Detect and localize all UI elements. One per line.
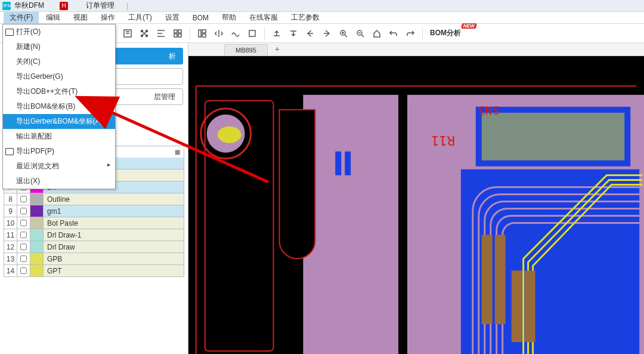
layer-name: Outline [44, 193, 184, 205]
svg-rect-26 [482, 235, 493, 324]
layer-name: GPT [44, 265, 184, 276]
layer-row[interactable]: 8Outline [4, 193, 184, 205]
file-menu-item-8[interactable]: 导出PDF(P) [3, 144, 115, 159]
layer-row[interactable]: 12Drl Draw [4, 241, 184, 253]
svg-rect-21 [335, 152, 341, 176]
layer-number: 8 [4, 193, 17, 205]
tool-box-icon[interactable] [245, 26, 259, 41]
svg-rect-7 [174, 34, 177, 37]
layer-number: 10 [4, 217, 17, 229]
file-menu-item-3[interactable]: 导出Gerber(G) [3, 69, 115, 84]
layer-name: Drl Draw-1 [44, 229, 184, 241]
grid-icon: ▦ [175, 149, 180, 155]
tool-mirror-icon[interactable] [212, 26, 226, 41]
tool-wave-icon[interactable] [228, 26, 243, 41]
tool-zoom-in-icon[interactable] [336, 26, 351, 41]
svg-rect-5 [174, 30, 177, 33]
menu-tools[interactable]: 工具(T) [122, 11, 157, 24]
h-icon[interactable]: H [60, 2, 68, 10]
pcb-canvas[interactable]: R11 SN3 [188, 56, 644, 354]
file-menu-item-0[interactable]: 打开(O) [3, 24, 115, 39]
file-menu-dropdown: 打开(O)新建(N)关闭(C)导出Gerber(G)导出ODB++文件(T)导出… [2, 24, 116, 189]
menu-file[interactable]: 文件(F) [4, 11, 39, 24]
menubar: 文件(F) 编辑 视图 操作 工具(T) 设置 BOM 帮助 在线客服 工艺参数 [0, 12, 644, 24]
tool-arrow-left-icon[interactable] [303, 26, 317, 41]
tab-active[interactable]: MB895 [224, 44, 268, 56]
menu-settings[interactable]: 设置 [159, 11, 185, 24]
tool-undo-icon[interactable] [386, 26, 401, 41]
layer-visibility-checkbox[interactable] [17, 241, 30, 253]
pcb-svg: R11 SN3 [188, 56, 644, 354]
layer-visibility-checkbox[interactable] [17, 217, 30, 229]
bom-analysis-button[interactable]: BOM分析 NEW [428, 27, 463, 39]
file-menu-item-9[interactable]: 最近浏览文档 [3, 159, 115, 174]
layer-color-swatch[interactable] [30, 205, 44, 217]
layer-color-swatch[interactable] [30, 253, 44, 264]
layer-color-swatch[interactable] [30, 193, 44, 205]
tool-select-icon[interactable] [120, 26, 135, 41]
layer-name: gm1 [44, 205, 184, 217]
tab-add-button[interactable]: + [269, 42, 286, 56]
file-menu-item-7[interactable]: 输出装配图 [3, 129, 115, 144]
tool-upload-icon[interactable] [270, 26, 284, 41]
file-menu-item-2[interactable]: 关闭(C) [3, 54, 115, 69]
layer-visibility-checkbox[interactable] [17, 193, 30, 205]
layer-number: 13 [4, 253, 17, 264]
file-menu-item-1[interactable]: 新建(N) [3, 39, 115, 54]
svg-rect-24 [482, 113, 625, 161]
file-menu-item-6[interactable]: 导出Gerber&BOM&坐标(A) [3, 114, 115, 129]
tool-redo-icon[interactable] [403, 26, 417, 41]
svg-rect-15 [303, 95, 398, 354]
svg-rect-11 [202, 34, 206, 37]
tool-layout-icon[interactable] [195, 26, 209, 41]
menu-view[interactable]: 视图 [67, 11, 94, 24]
tab-bar: MB895 + [188, 43, 644, 56]
layer-row[interactable]: 11Drl Draw-1 [4, 229, 184, 241]
layer-row[interactable]: 14GPT [4, 265, 184, 277]
tool-download-icon[interactable] [286, 26, 301, 41]
bom-analysis-label: BOM分析 [430, 29, 461, 37]
tool-zoom-out-icon[interactable] [353, 26, 367, 41]
silk-label-r11: R11 [431, 133, 455, 148]
svg-rect-10 [202, 30, 206, 33]
app-name: 华秋DFM [14, 1, 44, 11]
menu-edit[interactable]: 编辑 [40, 11, 66, 24]
layer-visibility-checkbox[interactable] [17, 229, 30, 241]
tool-grid-icon[interactable] [171, 26, 185, 41]
titlebar: DFM 华秋DFM H 订单管理 | [0, 0, 644, 12]
menu-op[interactable]: 操作 [95, 11, 121, 24]
tool-arrow-right-icon[interactable] [320, 26, 334, 41]
layer-color-swatch[interactable] [30, 265, 44, 276]
layer-row[interactable]: 13GPB [4, 253, 184, 265]
layer-visibility-checkbox[interactable] [17, 253, 30, 264]
tool-node-icon[interactable] [137, 26, 151, 41]
tool-home-icon[interactable] [370, 26, 384, 41]
layer-color-swatch[interactable] [30, 241, 44, 253]
svg-point-20 [218, 127, 242, 143]
menu-bom[interactable]: BOM [187, 13, 215, 23]
layer-visibility-checkbox[interactable] [17, 265, 30, 276]
layer-number: 11 [4, 229, 17, 241]
file-menu-item-5[interactable]: 导出BOM&坐标(B) [3, 99, 115, 114]
layer-name: Drl Draw [44, 241, 184, 253]
layer-visibility-checkbox[interactable] [17, 205, 30, 217]
pcb-view: MB895 + [188, 43, 644, 354]
toolbar-sep-2 [264, 27, 265, 39]
svg-rect-22 [345, 152, 351, 176]
tool-align-icon[interactable] [154, 26, 168, 41]
svg-rect-6 [178, 30, 181, 33]
svg-rect-12 [249, 30, 255, 36]
svg-rect-9 [199, 30, 201, 37]
menu-help[interactable]: 帮助 [216, 11, 242, 24]
menu-online[interactable]: 在线客服 [243, 11, 284, 24]
layer-color-swatch[interactable] [30, 217, 44, 229]
layer-row[interactable]: 9gm1 [4, 205, 184, 217]
svg-rect-28 [512, 270, 522, 342]
toolbar-sep [190, 27, 190, 39]
file-menu-item-10[interactable]: 退出(X) [3, 174, 115, 189]
layer-color-swatch[interactable] [30, 229, 44, 241]
layer-row[interactable]: 10Bot Paste [4, 217, 184, 229]
menu-process[interactable]: 工艺参数 [285, 11, 326, 24]
file-menu-item-4[interactable]: 导出ODB++文件(T) [3, 84, 115, 99]
title-tab-orders[interactable]: 订单管理 [86, 1, 114, 11]
